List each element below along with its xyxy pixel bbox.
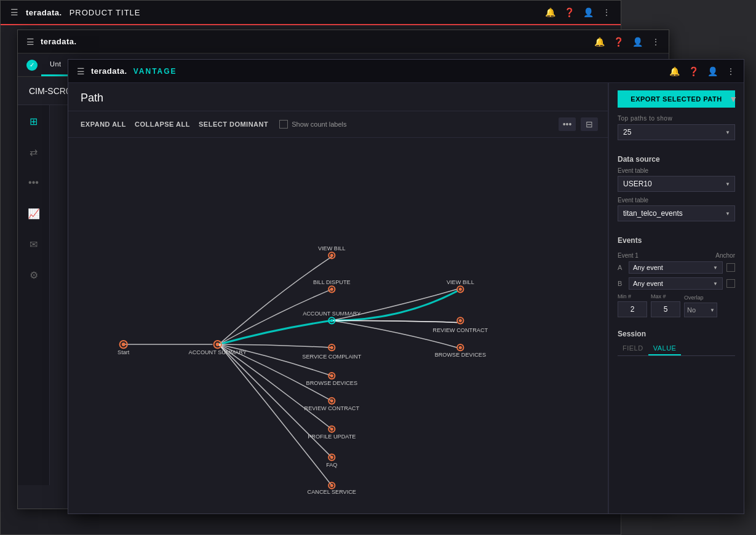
svg-point-34: [459, 288, 462, 291]
event-a-select[interactable]: Any event: [629, 261, 723, 274]
svg-text:BROWSE DEVICES: BROWSE DEVICES: [435, 352, 486, 358]
vantage-user-icon[interactable]: 👤: [707, 66, 718, 76]
graph-options-btn[interactable]: •••: [559, 117, 576, 131]
svg-point-37: [459, 319, 462, 322]
vantage-titlebar: ☰ teradata. VANTAGE 🔔 ❓ 👤 ⋮: [68, 60, 744, 83]
mid-menu-icon[interactable]: ☰: [26, 37, 34, 47]
overlap-group: Overlap No Yes ▼: [684, 295, 717, 317]
events-section: Events Event 1 Anchor A Any event ▼: [618, 234, 735, 317]
top-paths-group: Top paths to show 25 50 100 ▼: [618, 115, 735, 140]
help-icon[interactable]: ❓: [564, 7, 575, 17]
event-b-checkbox[interactable]: [726, 279, 735, 288]
event-b-wrapper: Any event ▼: [629, 277, 723, 290]
top-paths-select[interactable]: 25 50 100: [618, 124, 735, 140]
expand-all-btn[interactable]: EXPAND ALL: [78, 119, 129, 130]
vantage-more-icon[interactable]: ⋮: [726, 66, 735, 76]
vantage-main: Path EXPAND ALL COLLAPSE ALL SELECT DOMI…: [68, 83, 744, 513]
back-titlebar-icons: 🔔 ❓ 👤 ⋮: [545, 7, 611, 17]
svg-point-28: [330, 456, 333, 459]
vantage-label: VANTAGE: [133, 67, 177, 76]
sidebar-settings-icon[interactable]: ⚙: [24, 265, 44, 285]
bell-icon[interactable]: 🔔: [545, 7, 555, 17]
graph-view-btn[interactable]: ⊟: [581, 117, 598, 131]
session-title: Session: [618, 330, 735, 338]
session-tab-value[interactable]: VALUE: [648, 342, 682, 355]
toolbar-row: EXPAND ALL COLLAPSE ALL SELECT DOMINANT …: [68, 111, 608, 138]
more-icon[interactable]: ⋮: [602, 7, 611, 17]
mid-bell-icon[interactable]: 🔔: [594, 37, 605, 47]
svg-point-22: [330, 399, 333, 402]
event-table-label: Event table: [618, 167, 735, 174]
sidebar-analytics-icon[interactable]: 📈: [24, 204, 44, 223]
event-row-b: B Any event ▼: [618, 277, 735, 290]
mid-sidebar: ⊞ ⇄ ••• 📈 ✉ ⚙: [18, 105, 50, 485]
vantage-help-icon[interactable]: ❓: [688, 66, 699, 76]
events-title: Events: [618, 236, 642, 245]
path-header: Path: [68, 83, 608, 111]
overlap-select-wrapper: No Yes ▼: [684, 303, 717, 317]
vantage-titlebar-icons: 🔔 ❓ 👤 ⋮: [669, 66, 735, 76]
show-count-label: Show count labels: [279, 120, 346, 129]
events-header: Events: [618, 234, 735, 248]
svg-text:REVIEW CONTRACT: REVIEW CONTRACT: [304, 405, 360, 411]
session-tab-field[interactable]: FIELD: [618, 342, 648, 355]
svg-point-1: [122, 343, 125, 346]
svg-point-31: [330, 484, 333, 487]
vantage-right: EXPORT SELECTED PATH ▼ Top paths to show…: [608, 83, 744, 513]
svg-text:VIEW BILL: VIEW BILL: [447, 279, 474, 285]
svg-text:REVIEW CONTRACT: REVIEW CONTRACT: [433, 327, 488, 333]
export-selected-path-btn[interactable]: EXPORT SELECTED PATH: [618, 90, 735, 108]
event1-label: Event 1: [618, 252, 639, 259]
min-label: Min #: [618, 293, 647, 299]
graph-svg: Start ACCOUNT SUMMARY VIEW BILL BILL DIS…: [68, 138, 608, 513]
min-input[interactable]: [618, 301, 647, 317]
back-product-title: PRODUCT TITLE: [70, 8, 141, 17]
max-input[interactable]: [651, 301, 680, 317]
toolbar-right: ••• ⊟: [559, 117, 598, 131]
graph-area: Start ACCOUNT SUMMARY VIEW BILL BILL DIS…: [68, 138, 608, 513]
svg-text:Start: Start: [117, 349, 130, 355]
user-icon[interactable]: 👤: [583, 7, 594, 17]
mid-help-icon[interactable]: ❓: [613, 37, 624, 47]
event-b-select[interactable]: Any event: [629, 277, 723, 290]
event-a-checkbox[interactable]: [726, 263, 735, 272]
session-tabs: FIELD VALUE: [618, 342, 735, 356]
anchor-label: Anchor: [715, 252, 735, 259]
event-row-a: A Any event ▼: [618, 261, 735, 274]
collapse-all-btn[interactable]: COLLAPSE ALL: [132, 119, 193, 130]
event-table-select[interactable]: USER10: [618, 176, 735, 192]
svg-text:ACCOUNT SUMMARY: ACCOUNT SUMMARY: [303, 311, 360, 317]
svg-point-4: [216, 343, 220, 346]
mid-more-icon[interactable]: ⋮: [651, 37, 660, 47]
event-table-group: Event table USER10 ▼: [618, 167, 735, 192]
sidebar-more-icon[interactable]: •••: [24, 173, 44, 192]
data-source-title: Data source: [618, 155, 735, 164]
vantage-menu-icon[interactable]: ☰: [77, 66, 85, 76]
mid-tab-active[interactable]: Unt: [41, 54, 70, 76]
overlap-select[interactable]: No Yes: [684, 303, 717, 317]
top-paths-select-wrapper: 25 50 100 ▼: [618, 124, 735, 140]
menu-icon[interactable]: ☰: [10, 7, 18, 17]
sidebar-grid-icon[interactable]: ⊞: [24, 111, 44, 131]
select-dominant-btn[interactable]: SELECT DOMINANT: [196, 119, 271, 130]
filter-icon[interactable]: ▼: [729, 94, 738, 104]
event-letter-b: B: [618, 280, 625, 287]
window-front: ☰ teradata. VANTAGE 🔔 ❓ 👤 ⋮ Path EXPAND …: [68, 59, 744, 514]
vantage-left: Path EXPAND ALL COLLAPSE ALL SELECT DOMI…: [68, 83, 608, 513]
vantage-bell-icon[interactable]: 🔔: [669, 66, 680, 76]
svg-text:CANCEL SERVICE: CANCEL SERVICE: [308, 489, 356, 495]
svg-point-19: [330, 374, 333, 378]
show-count-checkbox[interactable]: [279, 120, 288, 129]
svg-point-13: [330, 319, 333, 322]
vantage-logo: teradata.: [91, 66, 127, 76]
overlap-label: Overlap: [684, 295, 717, 301]
sidebar-mail-icon[interactable]: ✉: [24, 234, 44, 254]
min-group: Min #: [618, 293, 647, 317]
sidebar-connect-icon[interactable]: ⇄: [24, 142, 44, 162]
svg-text:PROFILE UPDATE: PROFILE UPDATE: [308, 434, 356, 440]
tab-checkmark: ✓: [26, 60, 38, 71]
event-table2-select[interactable]: titan_telco_events: [618, 205, 735, 221]
mid-user-icon[interactable]: 👤: [632, 37, 643, 47]
mid-logo: teradata.: [41, 37, 77, 46]
svg-point-7: [330, 254, 333, 257]
